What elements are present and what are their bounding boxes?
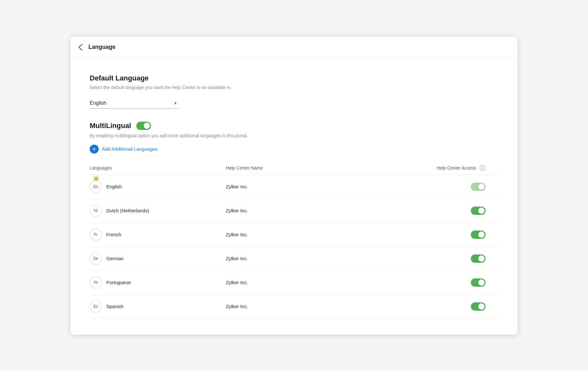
table-header: Languages Help Center Name Help Center A… [90,165,498,175]
col-help-center-name: Help Center Name [226,165,362,171]
lang-badge-wrapper: Pt [90,276,102,289]
lang-badge-es: Es [90,300,102,313]
access-slider-pt [471,278,486,287]
page-content: Default Language Select the default lang… [71,58,517,335]
access-cell-pt [362,278,498,287]
col-languages: Languages [90,165,226,171]
access-slider-fr [471,231,486,239]
language-dropdown-container: English Dutch (Netherlands) French Germa… [90,98,179,109]
help-center-name-pt: Zylker Inc. [226,280,362,285]
access-cell-de [362,254,498,263]
lang-badge-de: De [90,253,102,265]
page-title: Language [88,44,116,50]
lang-cell-pt: Pt Portuguese [90,276,226,289]
access-cell-fr [362,231,498,239]
access-knob-pt [478,279,485,286]
lang-badge-en: En [90,181,102,193]
toggle-slider [136,122,151,130]
multilingual-toggle[interactable] [136,122,151,130]
access-knob-es [478,303,485,310]
lang-name-fr: French [106,232,121,237]
language-dropdown[interactable]: English Dutch (Netherlands) French Germa… [90,98,179,109]
table-row: 👑 En English Zylker Inc. [90,175,498,199]
default-crown-icon: 👑 [93,176,99,181]
help-center-name-nl: Zylker Inc. [226,208,362,213]
lang-badge-fr: Fr [90,229,102,241]
access-knob-en [478,184,485,190]
multilingual-desc: By enabling multilingual option you add … [90,133,498,138]
lang-cell-de: De German [90,253,226,265]
lang-name-pt: Portuguese [106,280,131,285]
access-toggle-nl[interactable] [471,207,486,215]
help-center-name-de: Zylker Inc. [226,256,362,261]
default-language-title: Default Language [90,74,498,82]
lang-badge-pt: Pt [90,276,102,289]
lang-name-nl: Dutch (Netherlands) [106,208,149,213]
col-help-center-access: Help Center Access i [362,165,498,171]
access-toggle-es[interactable] [471,302,486,311]
page-header: Language [71,37,517,58]
language-table: 👑 En English Zylker Inc. Nl [90,175,498,319]
access-toggle-en[interactable] [471,183,486,191]
default-language-section: Default Language Select the default lang… [90,74,498,109]
access-toggle-de[interactable] [471,254,486,263]
lang-badge-wrapper: Es [90,300,102,313]
lang-name-en: English [106,184,122,189]
multilingual-label: MultiLingual [90,122,131,130]
lang-badge-wrapper: De [90,253,102,265]
access-slider-es [471,302,486,311]
lang-badge-wrapper: Nl [90,205,102,217]
access-knob-nl [478,208,485,214]
access-cell-en [362,183,498,191]
lang-name-de: German [106,256,124,261]
lang-badge-wrapper: Fr [90,229,102,241]
default-language-desc: Select the default language you want the… [90,85,498,90]
table-row: De German Zylker Inc. [90,247,498,271]
lang-cell-en: 👑 En English [90,181,226,193]
add-additional-languages-button[interactable]: + Add Additional Languages [90,145,157,154]
lang-badge-nl: Nl [90,205,102,217]
lang-badge-wrapper: 👑 En [90,181,102,193]
lang-cell-nl: Nl Dutch (Netherlands) [90,205,226,217]
access-toggle-fr[interactable] [471,231,486,239]
add-icon: + [90,145,99,154]
access-slider-en [471,183,486,191]
add-lang-text: Add Additional Languages [102,146,157,152]
back-button[interactable] [78,42,85,52]
table-row: Fr French Zylker Inc. [90,223,498,247]
toggle-knob [144,123,150,129]
table-row: Es Spanish Zylker Inc. [90,295,498,319]
help-center-name-es: Zylker Inc. [226,304,362,309]
main-window: Language Default Language Select the def… [71,37,517,335]
access-cell-es [362,302,498,311]
access-slider-de [471,254,486,263]
access-slider-nl [471,207,486,215]
access-toggle-pt[interactable] [471,278,486,287]
multilingual-section: MultiLingual By enabling multilingual op… [90,122,498,138]
access-cell-nl [362,207,498,215]
multilingual-row: MultiLingual [90,122,498,130]
access-knob-fr [478,231,485,238]
lang-cell-es: Es Spanish [90,300,226,313]
access-knob-de [478,255,485,262]
help-center-access-info-icon[interactable]: i [480,165,486,171]
lang-cell-fr: Fr French [90,229,226,241]
table-row: Pt Portuguese Zylker Inc. [90,271,498,295]
help-center-name-fr: Zylker Inc. [226,232,362,237]
lang-name-es: Spanish [106,304,124,309]
help-center-name-en: Zylker Inc. [226,184,362,189]
table-row: Nl Dutch (Netherlands) Zylker Inc. [90,199,498,223]
